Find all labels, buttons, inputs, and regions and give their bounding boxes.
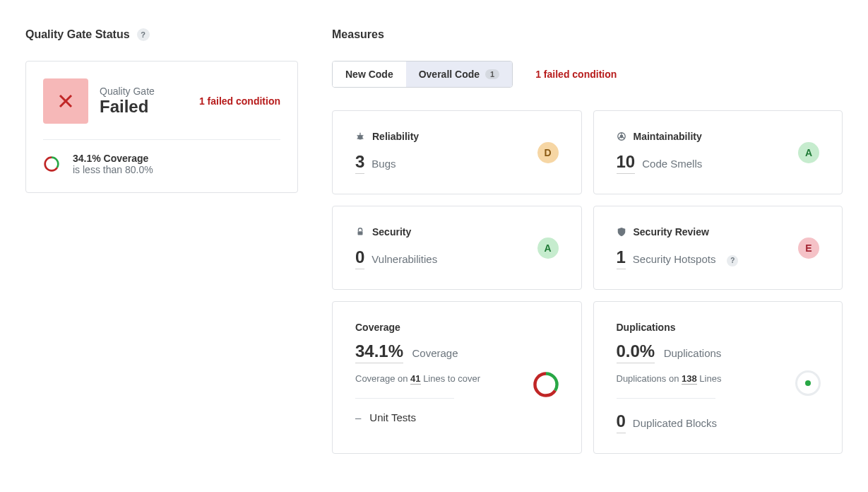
quality-gate-heading: Quality Gate Status ? xyxy=(25,28,298,41)
duplications-sub-prefix: Duplications on xyxy=(617,373,682,384)
failed-conditions-count: 1 failed condition xyxy=(199,95,280,107)
divider xyxy=(355,398,454,399)
svg-line-9 xyxy=(362,139,364,139)
security-review-title: Security Review xyxy=(634,226,709,238)
coverage-sub-prefix: Coverage on xyxy=(355,373,410,384)
coverage-title: Coverage xyxy=(355,322,400,333)
reliability-card: Reliability 3 Bugs D xyxy=(332,110,582,194)
maintainability-rating[interactable]: A xyxy=(798,142,819,163)
tab-overall-code-count: 1 xyxy=(485,69,499,79)
measures-heading: Measures xyxy=(332,28,843,41)
quality-gate-heading-text: Quality Gate Status xyxy=(25,28,130,41)
bug-icon xyxy=(355,131,365,141)
reliability-title: Reliability xyxy=(372,131,419,142)
duplications-lines-link[interactable]: 138 xyxy=(682,373,697,385)
maintainability-label: Code Smells xyxy=(642,158,702,170)
duplications-card: Duplications 0.0% Duplications Duplicati… xyxy=(593,301,843,454)
svg-line-7 xyxy=(362,135,364,136)
failed-condition-link[interactable]: 1 failed condition xyxy=(535,69,617,80)
duplications-pct[interactable]: 0.0% xyxy=(617,341,655,363)
code-smell-icon xyxy=(617,131,626,141)
coverage-donut-icon xyxy=(43,156,60,172)
tab-overall-code[interactable]: Overall Code 1 xyxy=(406,62,513,87)
lock-icon xyxy=(355,227,365,237)
quality-gate-card: Quality Gate Failed 1 failed condition 3… xyxy=(25,61,298,193)
svg-rect-15 xyxy=(358,231,363,235)
coverage-card: Coverage 34.1% Coverage Coverage on 41 L… xyxy=(332,301,582,454)
reliability-label: Bugs xyxy=(371,158,396,170)
coverage-pct-label: Coverage xyxy=(412,347,458,359)
duplications-sub-suffix: Lines xyxy=(697,373,722,384)
unit-tests-dash: – xyxy=(355,411,361,423)
security-review-card: Security Review 1 Security Hotspots ? E xyxy=(593,206,843,290)
svg-line-14 xyxy=(622,137,624,138)
maintainability-title: Maintainability xyxy=(634,131,702,142)
coverage-subtext: Coverage on 41 Lines to cover xyxy=(355,373,559,384)
code-tabs: New Code Overall Code 1 xyxy=(332,61,513,88)
help-icon[interactable]: ? xyxy=(727,255,738,266)
svg-point-11 xyxy=(620,135,623,138)
maintainability-card: Maintainability 10 Code Smells A xyxy=(593,110,843,194)
reliability-rating[interactable]: D xyxy=(537,142,559,163)
failed-condition-row[interactable]: 34.1% Coverage is less than 80.0% xyxy=(43,153,280,175)
reliability-value[interactable]: 3 xyxy=(355,152,364,174)
quality-gate-status: Failed xyxy=(100,97,155,117)
duplications-donut-icon xyxy=(795,370,821,396)
shield-icon xyxy=(617,227,626,237)
coverage-sub-suffix: Lines to cover xyxy=(421,373,481,384)
help-icon[interactable]: ? xyxy=(137,28,150,41)
duplications-pct-label: Duplications xyxy=(664,347,722,359)
security-review-rating[interactable]: E xyxy=(798,238,819,259)
svg-point-4 xyxy=(358,134,363,139)
security-card: Security 0 Vulnerabilities A xyxy=(332,206,582,290)
unit-tests-label: Unit Tests xyxy=(369,411,416,423)
svg-line-6 xyxy=(357,135,359,136)
security-value[interactable]: 0 xyxy=(355,247,364,269)
condition-subtitle: is less than 80.0% xyxy=(73,164,153,175)
duplications-title: Duplications xyxy=(617,322,676,333)
duplicated-blocks-label: Duplicated Blocks xyxy=(633,417,717,429)
svg-line-8 xyxy=(357,139,359,139)
divider xyxy=(617,398,715,399)
maintainability-value[interactable]: 10 xyxy=(617,152,636,174)
security-review-label: Security Hotspots xyxy=(633,253,716,265)
tab-overall-code-label: Overall Code xyxy=(419,69,480,80)
duplicated-blocks-value[interactable]: 0 xyxy=(617,411,626,433)
security-title: Security xyxy=(372,226,411,238)
condition-title: 34.1% Coverage xyxy=(73,153,153,164)
coverage-pct[interactable]: 34.1% xyxy=(355,341,403,363)
svg-line-13 xyxy=(618,137,620,138)
security-rating[interactable]: A xyxy=(537,238,559,259)
duplications-subtext: Duplications on 138 Lines xyxy=(617,373,820,384)
security-review-value[interactable]: 1 xyxy=(617,247,626,269)
tab-new-code[interactable]: New Code xyxy=(333,62,406,87)
failed-icon xyxy=(43,78,88,124)
coverage-donut-icon xyxy=(532,370,560,402)
quality-gate-label: Quality Gate xyxy=(100,86,155,97)
security-label: Vulnerabilities xyxy=(371,253,437,265)
coverage-lines-link[interactable]: 41 xyxy=(410,373,420,385)
